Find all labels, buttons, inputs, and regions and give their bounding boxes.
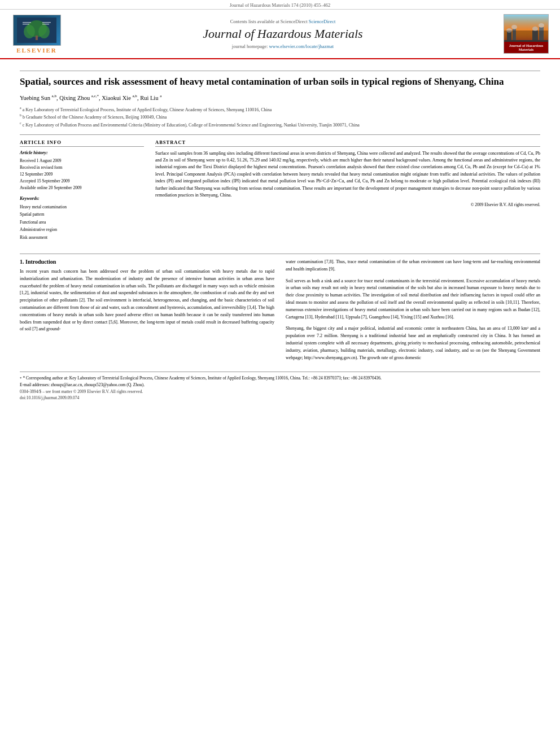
divider-2 [20,134,540,135]
svg-point-15 [511,25,517,29]
intro-paragraph-3: Soil serves as both a sink and a source … [286,278,540,321]
doi-line: doi:10.1016/j.jhazmat.2009.09.074 [20,395,540,400]
article-content: Spatial, sources and risk assessment of … [0,59,560,241]
divider-1 [20,71,540,71]
journal-header: ELSEVIER Contents lists available at Sci… [0,10,560,59]
contents-text: Contents lists available at ScienceDirec… [230,19,308,24]
journal-homepage: journal homepage: www.elsevier.com/locat… [68,43,498,49]
keywords-list: Heavy metal contamination Spatial patter… [20,203,144,242]
svg-rect-4 [36,36,38,40]
authors-line: Yuebing Sun a,b, Qixing Zhou a,c,*, Xiao… [20,94,540,101]
footnote-email: E-mail addresses: zhouqx@iae.ac.cn, zhou… [20,382,540,388]
abstract-column: ABSTRACT Surface soil samples from 36 sa… [155,139,540,242]
history-label: Article history: [20,150,144,155]
svg-rect-8 [42,24,49,25]
homepage-url[interactable]: www.elsevier.com/locate/jhazmat [269,43,334,49]
body-two-col: 1. Introduction In recent years much con… [20,259,540,366]
svg-rect-10 [507,32,511,42]
svg-rect-7 [42,22,51,23]
info-abstract-section: ARTICLE INFO Article history: Received 1… [20,139,540,242]
elsevier-brand-text: ELSEVIER [16,47,57,54]
elsevier-logo-icon [13,15,61,46]
intro-heading: 1. Introduction [20,259,274,265]
journal-citation-text: Journal of Hazardous Materials 174 (2010… [230,2,330,8]
journal-center: Contents lists available at ScienceDirec… [62,19,504,49]
svg-point-14 [506,28,512,33]
body-section: 1. Introduction In recent years much con… [0,241,560,366]
article-info-heading: ARTICLE INFO [20,139,144,147]
accepted-date: Accepted 15 September 2009 [20,178,144,185]
keyword-5: Risk assessment [20,234,144,242]
intro-paragraph-1: In recent years much concern has been ad… [20,268,274,333]
footnote-star: * * Corresponding author at: Key Laborat… [20,375,540,382]
affiliation-b: b b Graduate School of the Chinese Acade… [20,113,540,121]
keyword-3: Functional area [20,219,144,226]
available-date: Available online 20 September 2009 [20,185,144,191]
revised-date: Received in revised form12 September 200… [20,164,144,178]
article-title: Spatial, sources and risk assessment of … [20,76,540,88]
article-dates: Received 1 August 2009 Received in revis… [20,158,144,191]
body-right-col: water contamination [7,8]. Thus, trace m… [286,259,540,366]
issn-line: 0304-3894/$ – see front matter © 2009 El… [20,389,540,394]
journal-title: Journal of Hazardous Materials [68,27,498,41]
divider-3 [20,254,540,254]
hazmat-logo-image [504,15,548,42]
affiliations: a a Key Laboratory of Terrestrial Ecolog… [20,106,540,129]
svg-point-3 [38,25,50,38]
affiliation-c: c c Key Laboratory of Pollution Process … [20,121,540,129]
keywords-label: Keywords: [20,196,144,201]
hazmat-logo: Journal of HazardousMaterials [504,14,549,54]
hazmat-logo-text: Journal of HazardousMaterials [504,42,548,53]
intro-paragraph-4: Shenyang, the biggest city and a major p… [286,325,540,361]
svg-point-17 [539,23,544,28]
intro-paragraph-2: water contamination [7,8]. Thus, trace m… [286,259,540,273]
svg-rect-6 [23,24,29,25]
journal-citation: Journal of Hazardous Materials 174 (2010… [0,0,560,10]
received-date: Received 1 August 2009 [20,158,144,164]
elsevier-logo: ELSEVIER [11,15,62,54]
keyword-1: Heavy metal contamination [20,203,144,211]
abstract-text: Surface soil samples from 36 sampling si… [155,150,540,199]
svg-point-2 [24,25,35,38]
svg-rect-13 [539,27,544,42]
svg-rect-5 [23,22,31,23]
svg-rect-11 [513,29,516,42]
svg-rect-18 [504,40,548,42]
svg-rect-12 [532,30,538,42]
keyword-2: Spatial pattern [20,211,144,219]
keyword-4: Administrative region [20,226,144,234]
body-left-col: 1. Introduction In recent years much con… [20,259,274,366]
abstract-heading: ABSTRACT [155,139,540,147]
affiliation-a: a a Key Laboratory of Terrestrial Ecolog… [20,106,540,113]
svg-point-16 [532,27,538,31]
article-info-column: ARTICLE INFO Article history: Received 1… [20,139,144,242]
contents-available-line: Contents lists available at ScienceDirec… [68,19,498,24]
copyright-line: © 2009 Elsevier B.V. All rights reserved… [155,202,540,207]
footnote-section: * * Corresponding author at: Key Laborat… [20,372,540,400]
sciencedirect-link[interactable]: ScienceDirect [309,19,336,24]
